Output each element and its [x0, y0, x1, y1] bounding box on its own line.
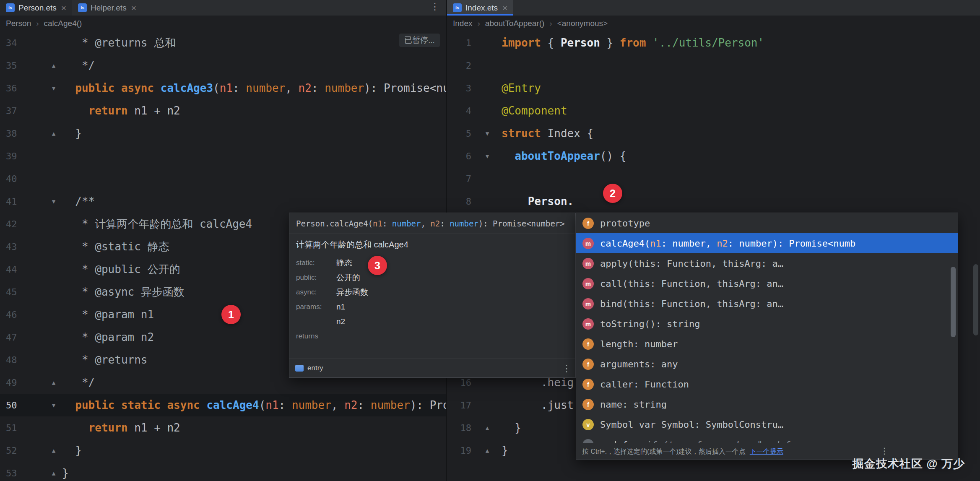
line-number[interactable]: 38: [0, 128, 25, 139]
completion-label: Symbol var Symbol: SymbolConstru…: [600, 419, 783, 430]
code-text: * @async 异步函数: [62, 285, 185, 299]
code-text: return n1 + n2: [62, 421, 180, 434]
line-number[interactable]: 5: [453, 128, 471, 139]
code-line[interactable]: 51 return n1 + n2: [0, 416, 447, 439]
code-line[interactable]: 7: [447, 167, 980, 190]
completion-more-icon[interactable]: ⋮: [880, 447, 889, 455]
completion-item[interactable]: mbind(this: Function, thisArg: an…: [576, 294, 958, 314]
fold-down-icon[interactable]: ▾: [45, 401, 62, 410]
completion-item[interactable]: mapply(this: Function, thisArg: a…: [576, 253, 958, 273]
code-line[interactable]: 2: [447, 54, 980, 77]
line-number[interactable]: 8: [453, 196, 471, 207]
completion-item[interactable]: farguments: any: [576, 354, 958, 374]
fold-up-icon[interactable]: ▴: [45, 469, 62, 478]
fold-up-icon[interactable]: ▴: [45, 378, 62, 387]
line-number[interactable]: 51: [0, 423, 25, 433]
code-line[interactable]: 50▾ public static async calcAge4(n1: num…: [0, 394, 447, 416]
line-number[interactable]: 2: [453, 60, 471, 71]
tab-index-ets[interactable]: tsIndex.ets×: [447, 0, 513, 16]
line-number[interactable]: 35: [0, 60, 25, 71]
breadcrumb-item[interactable]: Person: [6, 19, 31, 28]
line-number[interactable]: 37: [0, 106, 25, 116]
doc-more-icon[interactable]: ⋮: [562, 364, 571, 373]
line-number[interactable]: 3: [453, 83, 471, 94]
line-number[interactable]: 41: [0, 196, 25, 207]
code-line[interactable]: 37 return n1 + n2: [0, 99, 447, 122]
completion-item[interactable]: mcall(this: Function, thisArg: an…: [576, 273, 958, 294]
code-line[interactable]: 6▾ aboutToAppear() {: [447, 145, 980, 167]
completion-item[interactable]: fname: string: [576, 394, 958, 414]
editor-scrollbar-thumb[interactable]: [973, 264, 978, 335]
code-line[interactable]: 35▴ */: [0, 54, 447, 77]
fold-up-icon[interactable]: ▴: [45, 446, 62, 455]
close-tab-icon[interactable]: ×: [61, 3, 66, 12]
code-line[interactable]: 38▴ }: [0, 122, 447, 145]
breadcrumb-item[interactable]: Index: [453, 19, 472, 28]
completion-scrollbar-thumb[interactable]: [951, 267, 956, 337]
line-number[interactable]: 45: [0, 287, 25, 297]
fold-down-icon[interactable]: ▾: [45, 197, 62, 206]
line-number[interactable]: 43: [0, 242, 25, 252]
completion-item[interactable]: flength: number: [576, 334, 958, 354]
code-line[interactable]: 36▾ public async calcAge3(n1: number, n2…: [0, 77, 447, 99]
line-number[interactable]: 16: [453, 377, 471, 388]
fold-up-icon[interactable]: ▴: [45, 61, 62, 70]
breadcrumb-item[interactable]: calcAge4(): [44, 19, 82, 28]
completion-label: arguments: any: [600, 359, 678, 369]
line-number[interactable]: 52: [0, 445, 25, 456]
completion-item[interactable]: mcalcAge4(n1: number, n2: number): Promi…: [576, 233, 958, 253]
code-line[interactable]: 1import { Person } from '../utils/Person…: [447, 31, 980, 54]
line-number[interactable]: 50: [0, 400, 25, 411]
line-number[interactable]: 34: [0, 38, 25, 48]
line-number[interactable]: 6: [453, 151, 471, 161]
code-line[interactable]: 39: [0, 145, 447, 167]
breadcrumb-right: Index›aboutToAppear()›<anonymous>: [447, 16, 980, 31]
code-line[interactable]: 3@Entry: [447, 77, 980, 99]
line-number[interactable]: 36: [0, 83, 25, 94]
line-number[interactable]: 42: [0, 219, 25, 229]
line-number[interactable]: 1: [453, 38, 471, 48]
doc-attribute-label: async:: [296, 288, 336, 296]
code-line[interactable]: 34 * @returns 总和: [0, 31, 447, 54]
line-number[interactable]: 49: [0, 377, 25, 388]
line-number[interactable]: 40: [0, 174, 25, 184]
completion-item[interactable]: vSymbol var Symbol: SymbolConstru…: [576, 414, 958, 434]
line-number[interactable]: 53: [0, 468, 25, 478]
code-line[interactable]: 40: [0, 167, 447, 190]
code-line[interactable]: 4@Component: [447, 99, 980, 122]
code-line[interactable]: 53▴}: [0, 462, 447, 481]
code-line[interactable]: 5▾struct Index {: [447, 122, 980, 145]
code-line[interactable]: 52▴ }: [0, 439, 447, 462]
line-number[interactable]: 46: [0, 309, 25, 320]
fold-up-icon[interactable]: ▴: [480, 424, 495, 432]
tab-person-ets[interactable]: tsPerson.ets×: [0, 0, 72, 16]
fold-down-icon[interactable]: ▾: [45, 84, 62, 93]
close-tab-icon[interactable]: ×: [131, 3, 136, 12]
fold-down-icon[interactable]: ▾: [480, 129, 495, 138]
next-tip-link[interactable]: 下一个提示: [750, 447, 783, 456]
code-line[interactable]: 41▾ /**: [0, 190, 447, 213]
line-number[interactable]: 19: [453, 445, 471, 456]
tab-helper-ets[interactable]: tsHelper.ets×: [72, 0, 142, 16]
fold-up-icon[interactable]: ▴: [45, 129, 62, 138]
completion-item[interactable]: tundefif (typeof expr !== "undef: [576, 434, 958, 443]
line-number[interactable]: 7: [453, 174, 471, 184]
close-tab-icon[interactable]: ×: [502, 3, 507, 12]
line-number[interactable]: 17: [453, 400, 471, 411]
completion-item[interactable]: fcaller: Function: [576, 374, 958, 394]
line-number[interactable]: 4: [453, 106, 471, 116]
code-text: }: [62, 127, 82, 140]
fold-down-icon[interactable]: ▾: [480, 152, 495, 161]
line-number[interactable]: 44: [0, 264, 25, 275]
tabbar-options-icon[interactable]: ⋮: [430, 2, 439, 11]
line-number[interactable]: 39: [0, 151, 25, 161]
line-number[interactable]: 47: [0, 332, 25, 343]
completion-item[interactable]: mtoString(): string: [576, 314, 958, 334]
fold-up-icon[interactable]: ▴: [480, 446, 495, 455]
code-line[interactable]: 8 Person.: [447, 190, 980, 213]
line-number[interactable]: 48: [0, 355, 25, 365]
breadcrumb-item[interactable]: aboutToAppear(): [485, 19, 545, 28]
line-number[interactable]: 18: [453, 423, 471, 433]
completion-item[interactable]: fprototype: [576, 213, 958, 233]
breadcrumb-item[interactable]: <anonymous>: [557, 19, 608, 28]
